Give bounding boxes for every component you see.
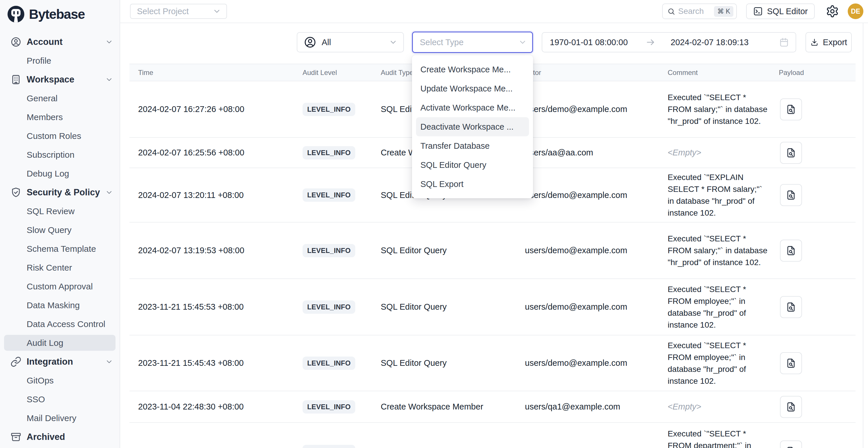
cell-comment: Executed `"SELECT * FROM department;"` i… bbox=[668, 428, 770, 448]
sidebar-item-security-policy[interactable]: Security & Policy bbox=[0, 183, 120, 202]
content-right-divider bbox=[863, 23, 863, 448]
payload-view-button[interactable] bbox=[780, 98, 802, 120]
sidebar-item-account[interactable]: Account bbox=[0, 32, 120, 51]
chevron-down-icon bbox=[105, 75, 113, 84]
cell-audit-type: Create Workspace Member bbox=[381, 402, 525, 412]
sidebar-item-label: Account bbox=[27, 37, 63, 47]
sidebar-item-label: Custom Approval bbox=[27, 282, 93, 291]
sidebar-item-gitops[interactable]: GitOps bbox=[0, 371, 120, 390]
avatar[interactable]: DE bbox=[848, 3, 863, 19]
sidebar-item-integration[interactable]: Integration bbox=[0, 352, 120, 371]
cell-actor: users/demo@example.com bbox=[525, 104, 668, 114]
level-badge: LEVEL_INFO bbox=[303, 146, 355, 159]
dropdown-option-sql-export[interactable]: SQL Export bbox=[416, 174, 529, 194]
chevron-down-icon bbox=[105, 38, 113, 46]
table-row: 2024-02-07 13:19:53 +08:00LEVEL_INFOSQL … bbox=[129, 223, 856, 279]
sidebar-item-label: Integration bbox=[27, 357, 73, 367]
sidebar-item-data-masking[interactable]: Data Masking bbox=[0, 296, 120, 315]
sidebar-item-workspace[interactable]: Workspace bbox=[0, 70, 120, 89]
arrow-right-icon bbox=[646, 37, 655, 47]
sidebar-item-label: GitOps bbox=[27, 376, 54, 385]
sidebar-item-sql-review[interactable]: SQL Review bbox=[0, 202, 120, 221]
sidebar-item-subscription[interactable]: Subscription bbox=[0, 145, 120, 164]
sidebar-item-label: Security & Policy bbox=[27, 187, 100, 198]
cell-comment: Executed `"SELECT * FROM salary;"` in da… bbox=[668, 91, 770, 127]
date-range-picker[interactable]: 1970-01-01 08:00:00 2024-02-07 18:09:13 bbox=[542, 32, 796, 53]
dropdown-option-update-workspace-me[interactable]: Update Workspace Me... bbox=[416, 79, 529, 98]
project-select-placeholder: Select Project bbox=[137, 7, 189, 16]
sidebar-item-label: Profile bbox=[27, 56, 51, 66]
sidebar-item-profile[interactable]: Profile bbox=[0, 51, 120, 70]
sidebar-item-custom-approval[interactable]: Custom Approval bbox=[0, 277, 120, 296]
sidebar-item-schema-template[interactable]: Schema Template bbox=[0, 239, 120, 258]
shield-check-icon bbox=[10, 187, 22, 198]
dropdown-option-create-workspace-me[interactable]: Create Workspace Me... bbox=[416, 60, 529, 79]
search-icon bbox=[668, 7, 675, 15]
sidebar: Bytebase AccountProfileWorkspaceGeneralM… bbox=[0, 0, 120, 448]
level-badge: LEVEL_INFO bbox=[303, 244, 355, 257]
sidebar-item-archived[interactable]: Archived bbox=[0, 427, 120, 446]
sidebar-item-label: Data Masking bbox=[27, 300, 80, 310]
column-header-time: Time bbox=[129, 69, 303, 77]
sidebar-item-debug-log[interactable]: Debug Log bbox=[0, 164, 120, 183]
cell-audit-level: LEVEL_INFO bbox=[303, 244, 381, 257]
dropdown-option-deactivate-workspace[interactable]: Deactivate Workspace ... bbox=[416, 117, 529, 136]
cell-audit-type: SQL Editor Query bbox=[381, 246, 525, 255]
archive-icon bbox=[10, 431, 22, 443]
sidebar-item-mail-delivery[interactable]: Mail Delivery bbox=[0, 409, 120, 427]
cell-audit-level: LEVEL_INFO bbox=[303, 400, 381, 414]
payload-view-button[interactable] bbox=[780, 352, 802, 374]
payload-view-button[interactable] bbox=[780, 239, 802, 262]
payload-view-button[interactable] bbox=[780, 142, 802, 164]
search-input[interactable] bbox=[678, 7, 711, 16]
payload-view-button[interactable] bbox=[780, 396, 802, 418]
dropdown-option-transfer-database[interactable]: Transfer Database bbox=[416, 136, 529, 155]
export-button[interactable]: Export bbox=[805, 32, 852, 53]
type-filter-select[interactable]: Select Type bbox=[412, 32, 533, 53]
chevron-down-icon bbox=[213, 7, 221, 15]
cell-payload bbox=[779, 239, 856, 262]
chevron-down-icon bbox=[105, 358, 113, 366]
cell-time: 2024-02-07 16:27:26 +08:00 bbox=[129, 104, 303, 114]
cell-actor: users/demo@example.com bbox=[525, 190, 668, 200]
payload-view-button[interactable] bbox=[780, 184, 802, 206]
cell-time: 2023-11-21 15:45:43 +08:00 bbox=[129, 358, 303, 368]
sidebar-nav: AccountProfileWorkspaceGeneralMembersCus… bbox=[0, 32, 120, 446]
cell-actor: users/demo@example.com bbox=[525, 246, 668, 255]
cell-audit-type: SQL Editor Query bbox=[381, 302, 525, 312]
gear-icon[interactable] bbox=[826, 5, 839, 18]
cell-payload bbox=[779, 142, 856, 164]
payload-view-button[interactable] bbox=[780, 441, 802, 448]
actor-filter-select[interactable]: All bbox=[297, 32, 404, 53]
project-select[interactable]: Select Project bbox=[130, 4, 227, 19]
sidebar-item-custom-roles[interactable]: Custom Roles bbox=[0, 126, 120, 145]
date-from-value: 1970-01-01 08:00:00 bbox=[550, 38, 628, 47]
actor-filter-value: All bbox=[322, 38, 331, 47]
sidebar-item-label: Audit Log bbox=[27, 338, 63, 348]
sidebar-item-members[interactable]: Members bbox=[0, 108, 120, 126]
cell-comment: <Empty> bbox=[668, 147, 770, 159]
table-row: 2023-11-04 22:48:30 +08:00LEVEL_INFOCrea… bbox=[129, 391, 856, 423]
sidebar-item-risk-center[interactable]: Risk Center bbox=[0, 258, 120, 277]
top-bar: Select Project ⌘ K SQL Editor DE bbox=[120, 0, 868, 23]
sidebar-item-label: Debug Log bbox=[27, 169, 69, 179]
column-header-comment: Comment bbox=[668, 69, 779, 77]
sidebar-item-sso[interactable]: SSO bbox=[0, 390, 120, 409]
sidebar-item-audit-log[interactable]: Audit Log bbox=[0, 333, 120, 352]
chevron-down-icon bbox=[105, 188, 113, 196]
cell-audit-level: LEVEL_INFO bbox=[303, 300, 381, 314]
search-box[interactable]: ⌘ K bbox=[662, 3, 737, 19]
cell-payload bbox=[779, 98, 856, 120]
sidebar-item-data-access-control[interactable]: Data Access Control bbox=[0, 315, 120, 333]
dropdown-option-activate-workspace-me[interactable]: Activate Workspace Me... bbox=[416, 98, 529, 117]
level-badge: LEVEL_INFO bbox=[303, 300, 355, 314]
sidebar-item-label: SQL Review bbox=[27, 206, 75, 216]
payload-view-button[interactable] bbox=[780, 296, 802, 318]
dropdown-option-sql-editor-query[interactable]: SQL Editor Query bbox=[416, 155, 529, 174]
date-to-value: 2024-02-07 18:09:13 bbox=[671, 38, 748, 47]
sql-editor-button[interactable]: SQL Editor bbox=[746, 3, 815, 19]
sidebar-item-general[interactable]: General bbox=[0, 89, 120, 108]
table-row: 2023-11-21 15:45:53 +08:00LEVEL_INFOSQL … bbox=[129, 279, 856, 335]
cell-audit-level: LEVEL_INFO bbox=[303, 103, 381, 116]
sidebar-item-slow-query[interactable]: Slow Query bbox=[0, 221, 120, 239]
